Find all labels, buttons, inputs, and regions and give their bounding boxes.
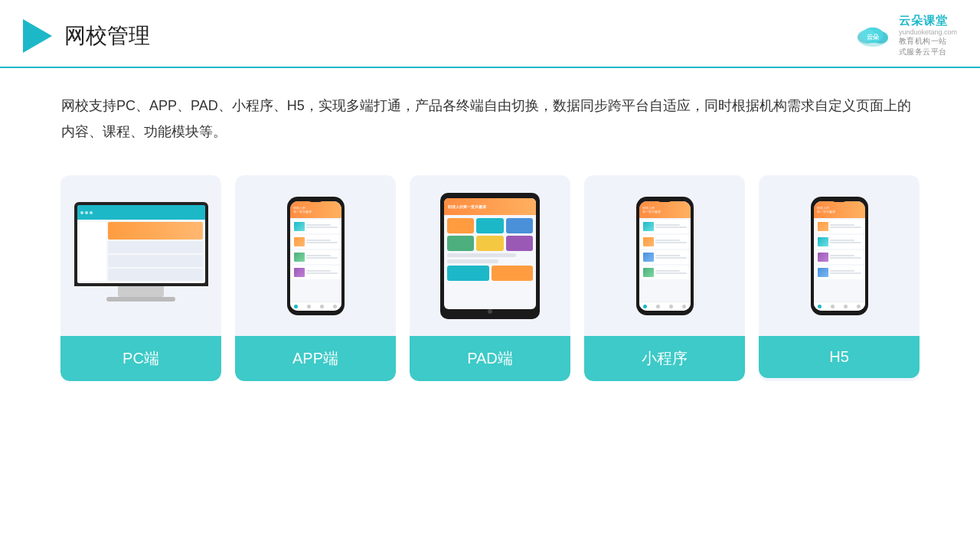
pc-screen-content: [77, 205, 205, 283]
phone-nav-dot: [844, 305, 848, 308]
phone-card-line: [655, 272, 687, 274]
phone-card-lines: [830, 240, 861, 243]
phone-card-img: [818, 268, 828, 277]
miniprogram-card: 职涯人的第一堂兴趣课: [584, 175, 745, 381]
phone-card-line: [655, 224, 681, 226]
phone-nav-dot: [857, 305, 861, 308]
phone-card: [292, 250, 340, 264]
phone-card-img: [643, 253, 654, 262]
phone-card: [641, 220, 689, 233]
app-card: 职涯人的第一堂兴趣课: [235, 175, 396, 381]
brand-tagline: 教育机构一站: [899, 36, 947, 47]
phone-card-line: [830, 257, 861, 259]
pad-image-area: 职涯人的第一堂兴趣课: [410, 175, 570, 336]
brand-name: 云朵课堂: [899, 14, 948, 28]
pc-rows: [108, 241, 203, 281]
phone-card-lines: [655, 270, 687, 274]
phone-card: [292, 220, 340, 233]
pc-row: [108, 269, 203, 281]
h5-label: H5: [759, 336, 920, 378]
phone-header-bar: 职涯人的第一堂兴趣课: [814, 201, 865, 218]
phone-nav-dot-active: [818, 305, 822, 308]
phone-outer: 职涯人的第一堂兴趣课: [287, 197, 345, 315]
pc-image-area: [60, 175, 221, 336]
phone-card-line: [655, 242, 687, 243]
phone-header-text: 职涯人的第一堂兴趣课: [293, 206, 338, 214]
pad-card: 职涯人的第一堂兴趣课: [410, 175, 570, 381]
phone-card-line: [830, 224, 855, 226]
phone-card-img: [294, 253, 305, 262]
phone-card-lines: [655, 224, 687, 228]
h5-card: 职涯人的第一堂兴趣课: [759, 175, 920, 381]
phone-notch: [656, 197, 673, 202]
phone-card: [815, 266, 864, 279]
phone-card-line: [655, 257, 687, 259]
brand-text: 云朵课堂 yunduoketang.com 教育机构一站 式服务云平台: [899, 14, 957, 57]
app-image-area: 职涯人的第一堂兴趣课: [235, 175, 396, 336]
pad-label: PAD端: [410, 336, 570, 381]
pc-row: [108, 241, 203, 253]
phone-card-img: [294, 222, 305, 231]
phone-card-lines: [830, 224, 861, 228]
pad-line: [447, 253, 516, 257]
phone-content: [814, 218, 865, 302]
pad-mini-card-purple: [506, 236, 533, 251]
phone-card-line: [306, 272, 338, 274]
pc-nav: [77, 205, 205, 219]
phone-content: [639, 218, 691, 302]
pad-row-cards: [447, 218, 533, 233]
phone-card-line: [830, 242, 861, 243]
phone-header-text: 职涯人的第一堂兴趣课: [642, 206, 688, 214]
phone-nav-dot: [831, 305, 835, 308]
phone-card: [641, 250, 689, 264]
phone-card-line: [830, 240, 855, 241]
pad-mini-card-teal: [476, 218, 503, 233]
phone-notch: [831, 197, 848, 202]
phone-card-line: [306, 257, 338, 259]
phone-header-bar: 职涯人的第一堂兴趣课: [290, 201, 341, 218]
header-left: 网校管理: [23, 19, 150, 53]
pc-nav-dot: [80, 211, 83, 214]
phone-card: [292, 235, 340, 249]
phone-card-line: [830, 270, 855, 272]
phone-card-img: [818, 253, 828, 262]
pc-banner: [108, 222, 203, 240]
pad-mini-card-teal: [447, 266, 489, 281]
phone-card: [815, 250, 864, 264]
phone-bottom-nav: [290, 302, 341, 311]
brand-logo: 云朵 云朵课堂 yunduoketang.com 教育机构一站 式服务云平台: [853, 14, 957, 57]
phone-card-img: [294, 237, 305, 246]
pad-home-btn: [488, 309, 492, 314]
phone-card-line: [306, 227, 338, 228]
logo-triangle-icon: [23, 19, 52, 53]
pc-main: [108, 222, 203, 282]
phone-bottom-nav: [639, 302, 691, 311]
h5-phone-mockup: 职涯人的第一堂兴趣课: [811, 197, 868, 315]
phone-bottom-nav: [814, 302, 865, 311]
pad-row-cards: [447, 266, 533, 281]
phone-card: [815, 235, 864, 249]
pad-header-text: 职涯人的第一堂兴趣课: [448, 204, 486, 209]
pad-content: [444, 215, 536, 309]
miniprogram-phone-mockup: 职涯人的第一堂兴趣课: [636, 197, 694, 315]
pc-mockup: [74, 202, 208, 309]
pc-label: PC端: [60, 336, 221, 381]
phone-screen: 职涯人的第一堂兴趣课: [814, 201, 865, 311]
pad-mini-card-blue: [506, 218, 533, 233]
pc-row: [108, 255, 203, 267]
phone-card-line: [655, 227, 687, 228]
svg-text:云朵: 云朵: [867, 34, 880, 41]
phone-nav-dot: [682, 305, 686, 308]
h5-image-area: 职涯人的第一堂兴趣课: [759, 175, 920, 336]
phone-card-lines: [655, 255, 687, 259]
pc-base: [106, 297, 175, 302]
pad-mini-card-orange: [447, 218, 474, 233]
page-title: 网校管理: [64, 21, 150, 51]
phone-card-line: [830, 272, 861, 274]
phone-outer: 职涯人的第一堂兴趣课: [636, 197, 694, 315]
phone-card-line: [306, 224, 332, 226]
description-text: 网校支持PC、APP、PAD、小程序、H5，实现多端打通，产品各终端自由切换，数…: [0, 68, 980, 157]
title-text: 网校管理: [64, 24, 150, 47]
phone-card-lines: [306, 270, 338, 274]
phone-card-lines: [655, 240, 687, 243]
